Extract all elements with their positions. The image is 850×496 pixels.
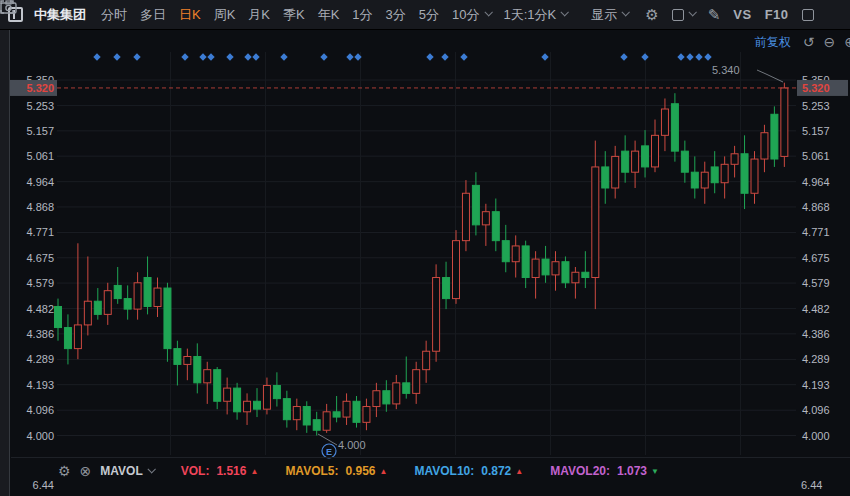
svg-text:4.096: 4.096	[802, 404, 830, 416]
settings-gear-icon[interactable]: ⚙	[645, 7, 658, 22]
svg-text:4.289: 4.289	[26, 353, 54, 365]
tab-周K[interactable]: 周K	[214, 6, 236, 24]
event-diamond-icon	[133, 53, 140, 60]
clipped-window-icon[interactable]	[802, 9, 814, 21]
chevron-down-icon	[484, 8, 492, 16]
svg-text:4.386: 4.386	[26, 328, 54, 340]
svg-text:4.771: 4.771	[802, 226, 830, 238]
event-diamond-icon	[207, 53, 214, 60]
svg-text:4.579: 4.579	[802, 277, 830, 289]
candlestick-chart[interactable]: 5.3505.3505.2535.2535.1575.1575.0615.061…	[0, 0, 850, 496]
stock-title: 中集集团	[34, 6, 86, 24]
tab-10分[interactable]: 10分	[452, 6, 490, 24]
display-button[interactable]: 显示	[591, 6, 628, 24]
svg-text:5.157: 5.157	[802, 125, 830, 137]
svg-text:4.579: 4.579	[26, 277, 54, 289]
tab-多日[interactable]: 多日	[140, 6, 166, 24]
adjust-mode-button[interactable]: 前复权	[755, 34, 791, 51]
undo-icon[interactable]: ↺	[803, 35, 815, 49]
event-diamond-icon	[252, 53, 259, 60]
svg-text:4.289: 4.289	[802, 353, 830, 365]
chevron-down-icon	[561, 8, 569, 16]
indicator-value: 1.073	[617, 464, 647, 478]
indicator-label: MAVOL20:	[550, 464, 610, 478]
down-arrow-icon: ▼	[651, 467, 659, 476]
indicator-settings-gear-icon[interactable]: ⚙	[58, 464, 71, 478]
svg-text:4.771: 4.771	[26, 226, 54, 238]
event-diamond-icon	[641, 53, 648, 60]
f10-button[interactable]: F10	[765, 7, 789, 22]
event-diamond-icon	[280, 53, 287, 60]
indicator-value: 0.872	[481, 464, 511, 478]
indicator-item: MAVOL5:0.956▲	[285, 464, 387, 478]
tab-1分[interactable]: 1分	[352, 6, 372, 24]
svg-text:5.157: 5.157	[26, 125, 54, 137]
svg-text:4.096: 4.096	[26, 404, 54, 416]
svg-text:4.482: 4.482	[26, 303, 54, 315]
svg-text:4.675: 4.675	[802, 252, 830, 264]
pencil-icon[interactable]: ✎	[708, 7, 721, 22]
tab-日K[interactable]: 日K	[179, 6, 201, 24]
layout-select-button[interactable]	[672, 9, 695, 21]
indicator-label: MAVOL10:	[414, 464, 474, 478]
indicator-label: MAVOL5:	[285, 464, 338, 478]
indicator-bar: ⚙ ⊗ MAVOL VOL:1.516▲MAVOL5:0.956▲MAVOL10…	[58, 461, 659, 481]
indicator-value: 0.956	[345, 464, 375, 478]
event-diamond-icon	[704, 53, 711, 60]
event-diamond-icon	[541, 53, 548, 60]
event-diamond-icon	[113, 53, 120, 60]
event-diamond-icon	[441, 53, 448, 60]
event-diamond-icon	[460, 53, 467, 60]
period-tabs: 分时多日日K周K月K季K年K1分3分5分10分1天:1分K	[101, 6, 567, 24]
tab-1天:1分K[interactable]: 1天:1分K	[504, 6, 568, 24]
indicator-item: MAVOL20:1.073▼	[550, 464, 659, 478]
event-diamond-icon	[677, 53, 684, 60]
event-diamond-icon	[346, 53, 353, 60]
event-diamond-icon	[620, 53, 627, 60]
chevron-down-icon	[622, 8, 630, 16]
svg-text:5.253: 5.253	[26, 100, 54, 112]
up-arrow-icon: ▲	[250, 467, 258, 476]
svg-text:E: E	[326, 447, 332, 457]
tab-月K[interactable]: 月K	[248, 6, 270, 24]
svg-text:5.320: 5.320	[802, 82, 830, 94]
svg-text:4.000: 4.000	[26, 430, 54, 442]
zoom-out-icon[interactable]: ⊖	[824, 35, 836, 49]
adjust-mode-row: 前复权 ↺ ⊖ ⊕	[755, 33, 850, 51]
tab-季K[interactable]: 季K	[283, 6, 305, 24]
event-diamond-icon	[695, 53, 702, 60]
event-diamond-icon	[226, 53, 233, 60]
event-diamond-icon	[93, 53, 100, 60]
display-label: 显示	[591, 6, 617, 24]
svg-text:4.964: 4.964	[26, 176, 54, 188]
svg-text:4.000: 4.000	[802, 430, 830, 442]
svg-text:4.193: 4.193	[802, 379, 830, 391]
event-diamond-icon	[686, 53, 693, 60]
svg-text:5.253: 5.253	[802, 100, 830, 112]
tab-3分[interactable]: 3分	[386, 6, 406, 24]
chevron-down-icon	[688, 8, 696, 16]
tab-年K[interactable]: 年K	[318, 6, 340, 24]
layout-square-icon	[672, 9, 684, 21]
event-diamond-icon	[181, 53, 188, 60]
event-diamond-icon	[244, 53, 251, 60]
indicator-close-icon[interactable]: ⊗	[80, 464, 92, 478]
vs-button[interactable]: VS	[733, 7, 751, 22]
svg-text:5.320: 5.320	[26, 82, 54, 94]
indicator-label: VOL:	[181, 464, 210, 478]
up-arrow-icon: ▲	[380, 467, 388, 476]
tab-5分[interactable]: 5分	[419, 6, 439, 24]
svg-text:4.482: 4.482	[802, 303, 830, 315]
svg-text:4.868: 4.868	[802, 201, 830, 213]
tab-分时[interactable]: 分时	[101, 6, 127, 24]
event-diamond-icon	[426, 53, 433, 60]
indicator-item: VOL:1.516▲	[181, 464, 259, 478]
top-toolbar: 中集集团 分时多日日K周K月K季K年K1分3分5分10分1天:1分K 显示 ⚙ …	[0, 0, 850, 30]
zoom-in-icon[interactable]: ⊕	[844, 35, 850, 49]
svg-text:4.675: 4.675	[26, 252, 54, 264]
indicator-name[interactable]: MAVOL	[100, 464, 142, 478]
svg-text:4.964: 4.964	[802, 176, 830, 188]
indicator-item: MAVOL10:0.872▲	[414, 464, 523, 478]
event-diamond-icon	[199, 53, 206, 60]
fullscreen-expand-icon[interactable]	[0, 0, 14, 14]
